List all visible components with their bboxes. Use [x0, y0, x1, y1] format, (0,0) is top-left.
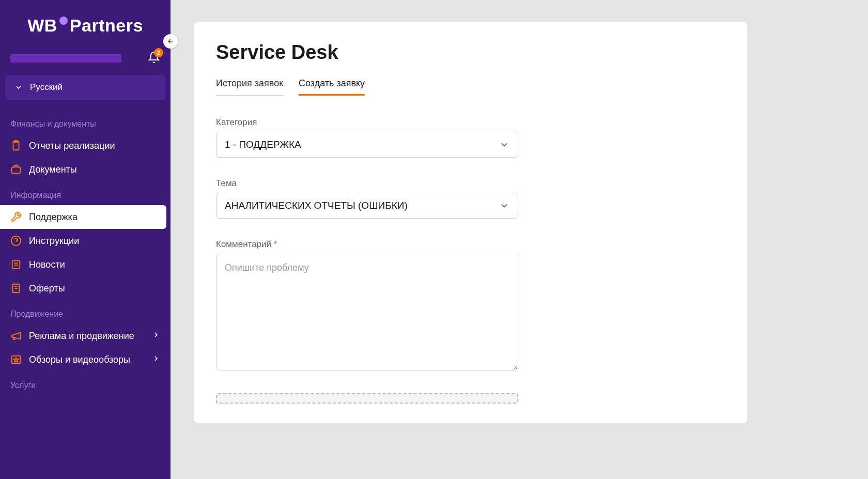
sidebar-item-label: Обзоры и видеообзоры — [29, 354, 130, 365]
sidebar-item-news[interactable]: Новости — [0, 253, 171, 276]
field-topic: Тема АНАЛИТИЧЕСКИХ ОТЧЕТЫ (ОШИБКИ) — [216, 178, 518, 219]
sidebar-header: WB Partners — [0, 0, 171, 46]
section-title-services: Услуги — [0, 372, 171, 395]
sidebar-item-label: Документы — [29, 164, 77, 175]
sidebar-scroll[interactable]: Финансы и документы Отчеты реализации До… — [0, 110, 171, 479]
collapse-sidebar-button[interactable] — [163, 34, 178, 49]
sidebar-item-instructions[interactable]: Инструкции — [0, 229, 171, 253]
notifications-button[interactable]: 2 — [148, 51, 160, 66]
sidebar: WB Partners 2 Русский Финансы и документ… — [0, 0, 171, 479]
sidebar-item-reviews[interactable]: Обзоры и видеообзоры — [0, 348, 171, 372]
chevron-down-icon — [499, 200, 509, 211]
sidebar-item-label: Реклама и продвижение — [29, 331, 134, 342]
svg-rect-2 — [12, 167, 21, 173]
language-select[interactable]: Русский — [5, 75, 165, 100]
sidebar-item-support[interactable]: Поддержка — [0, 205, 166, 229]
user-name-placeholder — [10, 54, 121, 63]
sidebar-item-label: Поддержка — [29, 212, 78, 223]
wrench-icon — [10, 211, 22, 223]
chevron-down-icon — [14, 83, 23, 91]
sidebar-item-reports[interactable]: Отчеты реализации — [0, 134, 171, 158]
logo-dot — [59, 17, 68, 25]
attachment-dropzone[interactable] — [216, 393, 518, 404]
language-label: Русский — [30, 82, 63, 92]
sidebar-item-advertising[interactable]: Реклама и продвижение — [0, 324, 171, 348]
comment-label: Комментарий * — [216, 239, 518, 250]
user-row: 2 — [0, 46, 171, 75]
sidebar-item-documents[interactable]: Документы — [0, 158, 171, 181]
required-mark: * — [274, 239, 277, 249]
briefcase-icon — [10, 164, 22, 175]
chevron-right-icon — [152, 331, 160, 342]
category-value: 1 - ПОДДЕРЖКА — [225, 139, 301, 150]
sidebar-item-label: Новости — [29, 259, 65, 270]
megaphone-icon — [10, 330, 22, 342]
sidebar-item-offers[interactable]: Оферты — [0, 276, 171, 300]
field-comment: Комментарий * — [216, 239, 518, 373]
tab-create[interactable]: Создать заявку — [299, 78, 365, 96]
topic-value: АНАЛИТИЧЕСКИХ ОТЧЕТЫ (ОШИБКИ) — [225, 200, 408, 211]
logo: WB Partners — [27, 16, 143, 36]
file-icon — [10, 283, 22, 294]
sidebar-item-label: Отчеты реализации — [29, 141, 115, 151]
star-badge-icon — [10, 354, 22, 365]
comment-textarea[interactable] — [216, 254, 518, 370]
field-category: Категория 1 - ПОДДЕРЖКА — [216, 117, 518, 158]
chevron-down-icon — [499, 140, 509, 150]
sidebar-item-label: Оферты — [29, 283, 65, 294]
main-content: Service Desk История заявок Создать заяв… — [171, 0, 868, 479]
topic-label: Тема — [216, 178, 518, 189]
newspaper-icon — [10, 259, 22, 270]
svg-marker-11 — [13, 358, 18, 362]
topic-select[interactable]: АНАЛИТИЧЕСКИХ ОТЧЕТЫ (ОШИБКИ) — [216, 193, 518, 219]
section-title-info: Информация — [0, 181, 171, 205]
category-select[interactable]: 1 - ПОДДЕРЖКА — [216, 132, 518, 158]
clipboard-icon — [10, 140, 22, 151]
section-title-promo: Продвижение — [0, 300, 171, 324]
tab-history[interactable]: История заявок — [216, 78, 283, 96]
logo-part1: WB — [27, 16, 57, 36]
sidebar-item-label: Инструкции — [29, 236, 79, 246]
page-title: Service Desk — [216, 41, 725, 64]
notification-badge: 2 — [154, 48, 163, 57]
logo-part2: Partners — [70, 16, 143, 36]
section-title-finances: Финансы и документы — [0, 110, 171, 134]
chevron-right-icon — [152, 354, 160, 365]
help-circle-icon — [10, 235, 22, 246]
content-card: Service Desk История заявок Создать заяв… — [194, 22, 747, 423]
arrow-left-icon — [167, 38, 174, 45]
category-label: Категория — [216, 117, 518, 128]
tabs: История заявок Создать заявку — [216, 78, 725, 96]
